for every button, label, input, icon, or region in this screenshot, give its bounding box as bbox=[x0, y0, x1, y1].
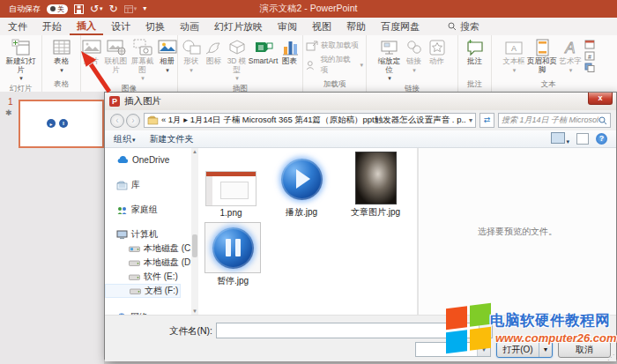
quick-access-toolbar: 自动保存 关 ↺ ↻ bbox=[0, 4, 146, 15]
tab-slideshow[interactable]: 幻灯片放映 bbox=[207, 18, 270, 35]
screenshot-button[interactable]: 屏幕截图 bbox=[130, 38, 156, 83]
tab-design[interactable]: 设计 bbox=[104, 18, 138, 35]
save-icon[interactable] bbox=[74, 4, 84, 14]
drive-icon bbox=[130, 287, 141, 295]
dialog-command-bar: 组织 新建文件夹 ? bbox=[105, 130, 616, 148]
redo-icon[interactable]: ↻ bbox=[109, 4, 118, 14]
file-item-selected[interactable]: 暂停.jpg bbox=[204, 222, 262, 287]
scroll-down-icon[interactable]: ▼ bbox=[192, 308, 197, 314]
dialog-search-box[interactable]: 搜索 1月14日 子楠 Microsof... bbox=[498, 113, 611, 128]
group-slides: 新建幻灯片 幻灯片 bbox=[0, 35, 42, 92]
address-path: « 1月 ▸ 1月14日 子楠 Microsoft 365 第41篇（原始稿）p… bbox=[161, 115, 466, 126]
change-view-button[interactable] bbox=[551, 132, 569, 145]
address-dropdown-icon[interactable]: ▾ bbox=[469, 116, 472, 124]
screen: 演示文稿2 - PowerPoint 自动保存 关 ↺ ↻ 文件 开始 插入 设… bbox=[0, 0, 617, 364]
tab-animations[interactable]: 动画 bbox=[173, 18, 206, 35]
comment-button[interactable]: 批注 bbox=[462, 38, 488, 67]
slide-number-icon[interactable]: # bbox=[584, 51, 595, 61]
scroll-up-icon[interactable]: ▲ bbox=[192, 149, 197, 154]
nav-libraries[interactable]: 库 bbox=[105, 178, 198, 192]
wordart-button[interactable]: A艺术字 bbox=[557, 38, 584, 74]
tab-file[interactable]: 文件 bbox=[1, 18, 34, 35]
text-box-button[interactable]: A文本框 bbox=[501, 38, 527, 74]
group-text: A文本框 页眉和页脚 A艺术字 # 文本 bbox=[492, 35, 605, 92]
help-icon[interactable]: ? bbox=[596, 133, 607, 145]
nav-onedrive[interactable]: OneDrive bbox=[105, 152, 198, 167]
filetype-dropdown-icon[interactable]: ▼ bbox=[477, 343, 490, 356]
filename-combo[interactable]: ▼ bbox=[216, 323, 493, 338]
insert-picture-dialog: P 插入图片 x ‹ › « 1月 ▸ 1月14日 子楠 Microsoft 3… bbox=[104, 92, 617, 360]
cancel-button[interactable]: 取消 bbox=[558, 341, 611, 358]
nav-drive-e[interactable]: 软件 (E:) bbox=[105, 270, 198, 284]
nav-drive-d[interactable]: 本地磁盘 (D:) bbox=[105, 256, 198, 270]
date-time-icon[interactable] bbox=[584, 40, 595, 49]
file-item[interactable]: 播放.jpg bbox=[272, 154, 331, 219]
nav-computer[interactable]: 计算机 bbox=[105, 227, 198, 241]
undo-icon[interactable]: ↺ bbox=[90, 4, 103, 14]
filename-dropdown-icon[interactable]: ▼ bbox=[479, 323, 492, 338]
sidebar-scrollbar[interactable]: ▲▼ bbox=[191, 148, 198, 315]
start-slideshow-icon[interactable] bbox=[124, 4, 138, 14]
customize-qat-icon[interactable] bbox=[143, 4, 146, 14]
autosave-toggle[interactable]: 关 bbox=[47, 4, 68, 14]
new-folder-button[interactable]: 新建文件夹 bbox=[150, 133, 194, 145]
scroll-thumb[interactable] bbox=[192, 234, 197, 257]
search-magnifier-icon bbox=[598, 116, 607, 125]
ribbon-search[interactable]: 搜索 bbox=[448, 18, 479, 35]
nav-drive-c[interactable]: 本地磁盘 (C:) bbox=[105, 241, 198, 256]
3d-models-button[interactable]: 3D 模型 bbox=[226, 38, 249, 83]
dialog-close-button[interactable]: x bbox=[588, 93, 613, 105]
file-item[interactable]: 文章图片.jpg bbox=[346, 152, 405, 219]
tab-home[interactable]: 开始 bbox=[35, 18, 69, 35]
new-slide-button[interactable]: 新建幻灯片 bbox=[6, 38, 36, 83]
cube-icon bbox=[228, 39, 246, 56]
tab-transitions[interactable]: 切换 bbox=[138, 18, 172, 35]
titlebar: 演示文稿2 - PowerPoint 自动保存 关 ↺ ↻ bbox=[0, 0, 617, 18]
photo-album-button[interactable]: 相册 bbox=[156, 38, 179, 74]
shapes-icon bbox=[182, 39, 201, 56]
dialog-titlebar[interactable]: P 插入图片 x bbox=[105, 93, 616, 110]
folder-icon bbox=[147, 115, 159, 125]
tab-help[interactable]: 帮助 bbox=[339, 18, 373, 35]
tab-review[interactable]: 审阅 bbox=[271, 18, 304, 35]
navigation-pane: OneDrive 库 家庭组 计算机 本地磁盘 (C:) 本地磁盘 (D:) 软… bbox=[105, 148, 198, 315]
resize-grip[interactable]: ⋰ bbox=[607, 353, 614, 361]
nav-homegroup[interactable]: 家庭组 bbox=[105, 203, 198, 217]
tab-view[interactable]: 视图 bbox=[305, 18, 338, 35]
get-addins-button[interactable]: 获取加载项 bbox=[306, 41, 359, 51]
action-button[interactable]: 动作 bbox=[426, 38, 449, 67]
file-thumbnail-play bbox=[274, 154, 329, 204]
organize-button[interactable]: 组织 bbox=[114, 133, 136, 145]
back-button[interactable]: ‹ bbox=[110, 114, 124, 128]
shapes-button[interactable]: 形状 bbox=[180, 38, 203, 74]
group-addins: 获取加载项 我的加载项 加载项 bbox=[303, 35, 367, 92]
forward-button[interactable]: › bbox=[126, 114, 140, 128]
open-button[interactable]: 打开(O)▼ bbox=[496, 341, 553, 358]
object-icon[interactable] bbox=[584, 63, 595, 72]
filename-input[interactable] bbox=[217, 323, 479, 338]
filetype-combo[interactable]: ▼ bbox=[415, 342, 491, 357]
annotation-arrow bbox=[74, 48, 115, 93]
dialog-footer: 文件名(N): ▼ ▼ 打开(O)▼ 取消 ⋰ bbox=[105, 315, 616, 361]
nav-drive-f[interactable]: 文档 (F:) bbox=[105, 284, 181, 298]
screenshot-icon bbox=[133, 39, 152, 56]
my-addins-button[interactable]: 我的加载项 bbox=[306, 55, 363, 76]
file-item[interactable]: 1.png bbox=[202, 171, 260, 218]
svg-text:A: A bbox=[564, 40, 575, 56]
header-footer-button[interactable]: 页眉和页脚 bbox=[527, 38, 557, 75]
preview-pane-toggle[interactable] bbox=[576, 133, 589, 145]
refresh-button[interactable]: ⇄ bbox=[479, 113, 494, 128]
slide-1-thumbnail[interactable]: ▸ ‖ bbox=[19, 100, 104, 148]
chart-button[interactable]: 图表 bbox=[279, 38, 301, 67]
table-button[interactable]: 表格 bbox=[48, 38, 75, 74]
smartart-button[interactable]: SmartArt bbox=[249, 38, 279, 67]
open-split-dropdown-icon[interactable]: ▼ bbox=[539, 342, 552, 357]
tab-baidu-netdisk[interactable]: 百度网盘 bbox=[374, 18, 427, 35]
zoom-link-button[interactable]: 缩放定位 bbox=[376, 38, 403, 83]
link-button[interactable]: 链接 bbox=[403, 38, 426, 74]
tab-insert[interactable]: 插入 bbox=[70, 18, 103, 35]
ribbon-tab-row: 文件 开始 插入 设计 切换 动画 幻灯片放映 审阅 视图 帮助 百度网盘 搜索 bbox=[0, 18, 617, 35]
autosave-state: 关 bbox=[57, 4, 64, 14]
address-bar[interactable]: « 1月 ▸ 1月14日 子楠 Microsoft 365 第41篇（原始稿）p… bbox=[144, 113, 476, 128]
icons-button[interactable]: 图标 bbox=[203, 38, 226, 67]
